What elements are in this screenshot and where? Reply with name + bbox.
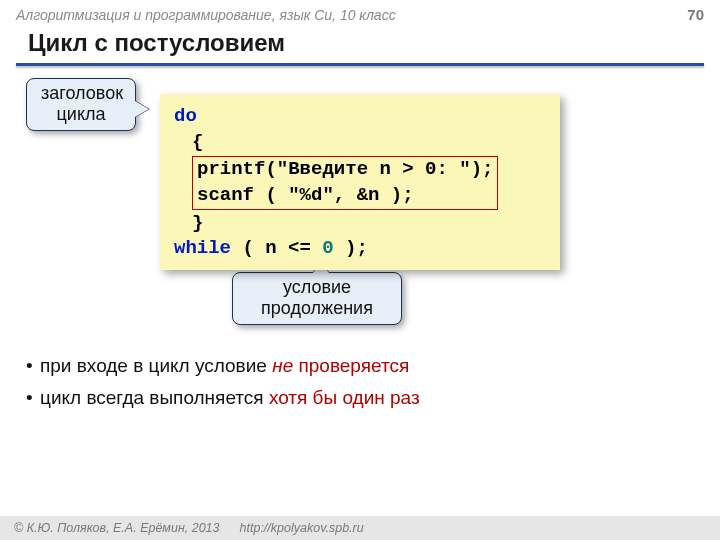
- code-block: do { printf("Введите n > 0: "); scanf ( …: [160, 94, 560, 270]
- bullet-1-em: не: [272, 355, 293, 376]
- code-while-close: );: [334, 237, 368, 259]
- bullet-1-text-a: при входе в цикл условие: [40, 355, 272, 376]
- bullet-list: при входе в цикл условие не проверяется …: [40, 350, 690, 415]
- callout-loop-header: заголовок цикла: [26, 78, 136, 131]
- code-while-zero: 0: [311, 237, 334, 259]
- code-printf: printf("Введите n > 0: ");: [197, 157, 493, 183]
- bullet-1: при входе в цикл условие не проверяется: [40, 350, 690, 382]
- page-title: Цикл с постусловием: [0, 25, 720, 63]
- footer-copyright: © К.Ю. Поляков, Е.А. Ерёмин, 2013: [14, 521, 220, 535]
- callout-loop-condition: условие продолжения: [232, 272, 402, 325]
- bullet-1-text-b: проверяется: [293, 355, 409, 376]
- code-scanf: scanf ( "%d", &n );: [197, 183, 493, 209]
- footer-url: http://kpolyakov.spb.ru: [240, 521, 364, 535]
- bullet-2-text-b: хотя бы один раз: [269, 387, 420, 408]
- code-brace-close: }: [174, 211, 546, 237]
- code-while-line: while ( n <= 0 );: [174, 236, 546, 262]
- footer-bar: © К.Ю. Поляков, Е.А. Ерёмин, 2013 http:/…: [0, 516, 720, 540]
- bullet-2: цикл всегда выполняется хотя бы один раз: [40, 382, 690, 414]
- course-label: Алгоритмизация и программирование, язык …: [16, 7, 396, 23]
- code-keyword-do: do: [174, 105, 197, 127]
- code-while-op: <=: [288, 237, 311, 259]
- code-body-highlight: printf("Введите n > 0: "); scanf ( "%d",…: [192, 156, 498, 209]
- header-bar: Алгоритмизация и программирование, язык …: [0, 0, 720, 25]
- code-keyword-while: while: [174, 237, 231, 259]
- code-while-open: ( n: [231, 237, 288, 259]
- bullet-2-text-a: цикл всегда выполняется: [40, 387, 269, 408]
- page-number: 70: [687, 6, 704, 23]
- code-brace-open: {: [174, 130, 546, 156]
- title-underline: [16, 63, 704, 66]
